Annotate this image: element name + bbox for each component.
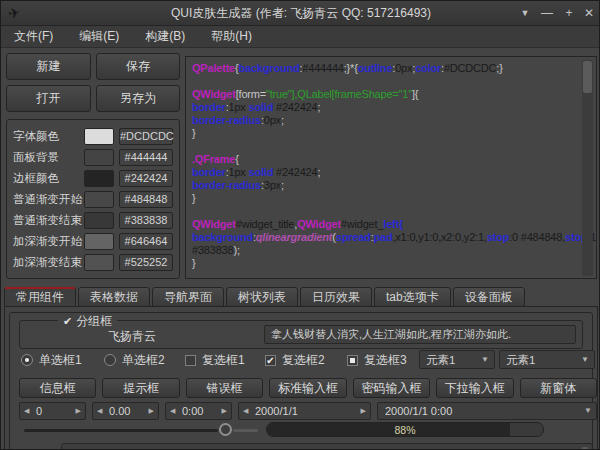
int-spinbox[interactable]: ◀▶0 <box>19 402 86 420</box>
code-token: QWidget <box>192 88 236 100</box>
menu-item-build[interactable]: 构建(B) <box>132 26 198 47</box>
element-combobox-2[interactable]: 元素1▼ <box>499 350 595 369</box>
new-window-button[interactable]: 新窗体 <box>520 378 597 398</box>
code-token: background <box>239 62 300 74</box>
code-token: } <box>192 257 195 269</box>
code-line <box>192 140 580 153</box>
code-token: "true"],QLabel[frameShape="1" <box>266 88 412 100</box>
tab-tree-list[interactable]: 树状列表 <box>226 287 298 307</box>
tab-table-data[interactable]: 表格数据 <box>78 287 150 307</box>
author-label: 飞扬青云 <box>108 328 156 345</box>
date-spinbox[interactable]: ◀▶2000/1/1 <box>238 402 371 420</box>
save-as-button[interactable]: 另存为 <box>96 85 180 112</box>
chevron-down-icon: ▼ <box>581 351 589 369</box>
code-line: } <box>192 192 580 205</box>
checkbox-label: 复选框3 <box>364 352 407 369</box>
code-token: 1px <box>229 166 249 178</box>
element-combobox-1[interactable]: 元素1▼ <box>419 350 495 369</box>
save-button[interactable]: 保存 <box>96 53 180 80</box>
time-spinbox[interactable]: ◀▶0:00 <box>165 402 232 420</box>
standard-input-button[interactable]: 标准输入框 <box>269 378 346 398</box>
info-box-button[interactable]: 信息框 <box>19 378 96 398</box>
spin-up-icon[interactable]: ▶ <box>76 403 81 419</box>
open-button[interactable]: 打开 <box>6 85 91 112</box>
spin-value: 0.00 <box>109 403 130 419</box>
slider-thumb[interactable] <box>219 423 232 436</box>
color-hex-input[interactable]: #646464 <box>119 233 173 250</box>
code-token: ]{ <box>412 88 418 100</box>
code-token: #242424 <box>273 101 317 113</box>
code-token: QPalette <box>192 62 235 74</box>
code-lines: QPalette{background:#444444;}*{outline:0… <box>192 62 580 279</box>
spin-down-icon[interactable]: ◀ <box>243 403 248 419</box>
spin-value: 2000/1/1 0:00 <box>385 403 452 419</box>
tab-common-widgets[interactable]: 常用组件 <box>4 287 76 307</box>
title-bar[interactable]: ✈ QUI皮肤生成器 (作者: 飞扬青云 QQ: 517216493) ▼ — … <box>1 1 600 26</box>
color-swatch <box>84 128 114 145</box>
tab-nav-ui[interactable]: 导航界面 <box>152 287 224 307</box>
tip-box-button[interactable]: 提示框 <box>102 378 179 398</box>
tab-calendar[interactable]: 日历效果 <box>300 287 372 307</box>
action-button-row: 信息框提示框错误框标准输入框密码输入框下拉输入框新窗体 <box>19 378 597 398</box>
code-token: ; <box>317 101 320 113</box>
code-line: border-radius:0px; <box>192 114 580 127</box>
checkbox-icon[interactable] <box>347 355 358 366</box>
color-hex-input[interactable]: #383838 <box>119 212 173 229</box>
checkbox-option-2[interactable]: ✔复选框2 <box>265 352 325 368</box>
color-swatch <box>84 191 114 208</box>
color-row-label: 加深渐变结束 <box>13 255 84 270</box>
radio-option-2[interactable]: 单选框2 <box>104 352 165 368</box>
code-token: ,x1:0,y1:0,x2:0,y2:1, <box>392 231 486 243</box>
code-token: } <box>192 192 195 204</box>
color-row-label: 面板背景 <box>13 150 84 165</box>
new-button[interactable]: 新建 <box>6 53 91 80</box>
dropdown-input-button[interactable]: 下拉输入框 <box>436 378 513 398</box>
color-hex-input[interactable]: #484848 <box>119 191 173 208</box>
color-hex-input[interactable]: #444444 <box>119 149 173 166</box>
menu-item-edit[interactable]: 编辑(E) <box>66 26 132 47</box>
code-token: stop <box>487 231 509 243</box>
checkbox-option-3[interactable]: 复选框3 <box>347 352 407 368</box>
minimize-window-icon[interactable]: — <box>537 1 557 26</box>
bottom-text-frame[interactable]: 拿人钱财替人消灾,人生江湖如此,程序江湖亦如此. <box>61 443 593 450</box>
editor-scrollbar[interactable] <box>582 60 593 276</box>
tab-tab-page[interactable]: tab选项卡 <box>374 287 451 307</box>
spin-down-icon[interactable]: ◀ <box>97 403 102 419</box>
spin-down-icon[interactable]: ◀ <box>24 403 29 419</box>
horizontal-slider[interactable] <box>24 423 258 437</box>
double-spinbox[interactable]: ◀▶0.00 <box>92 402 159 420</box>
shade-window-icon[interactable]: ▼ <box>515 1 535 26</box>
checkbox-icon[interactable]: ✔ <box>265 355 276 366</box>
maximize-window-icon[interactable]: + <box>559 1 579 26</box>
menu-item-help[interactable]: 帮助(H) <box>198 26 265 47</box>
motto-input[interactable]: 拿人钱财替人消灾,人生江湖如此,程序江湖亦如此. <box>264 325 576 344</box>
color-row: 普通渐变结束#383838 <box>13 211 173 229</box>
code-token: #383838 <box>192 244 233 256</box>
qss-code-editor[interactable]: QPalette{background:#444444;}*{outline:0… <box>185 56 597 279</box>
color-hex-input[interactable]: #DCDCDC <box>119 128 173 145</box>
checkbox-icon[interactable] <box>185 355 196 366</box>
checkbox-option-1[interactable]: 复选框1 <box>185 352 245 368</box>
error-box-button[interactable]: 错误框 <box>186 378 263 398</box>
tab-device-panel[interactable]: 设备面板 <box>453 287 525 307</box>
datetime-combobox[interactable]: ▼2000/1/1 0:00 <box>377 402 597 420</box>
color-row: 边框颜色#242424 <box>13 169 173 187</box>
spin-value: 0 <box>36 403 42 419</box>
color-hex-input[interactable]: #242424 <box>119 170 173 187</box>
color-hex-input[interactable]: #525252 <box>119 254 173 271</box>
chevron-down-icon[interactable]: ▼ <box>584 403 592 419</box>
spin-up-icon[interactable]: ▶ <box>222 403 227 419</box>
checkbox-label: 复选框2 <box>282 352 325 369</box>
menu-item-file[interactable]: 文件(F) <box>1 26 66 47</box>
radio-icon[interactable] <box>21 354 33 366</box>
spin-up-icon[interactable]: ▶ <box>361 403 366 419</box>
color-swatch <box>84 212 114 229</box>
editor-scrollbar-thumb[interactable] <box>583 61 592 93</box>
close-window-icon[interactable]: ✕ <box>579 1 599 26</box>
radio-option-1[interactable]: 单选框1 <box>21 352 82 368</box>
spin-up-icon[interactable]: ▶ <box>149 403 154 419</box>
radio-icon[interactable] <box>104 354 116 366</box>
groupbox-checkbox-icon[interactable]: ✔ <box>63 315 72 328</box>
spin-down-icon[interactable]: ◀ <box>170 403 175 419</box>
password-input-button[interactable]: 密码输入框 <box>353 378 430 398</box>
